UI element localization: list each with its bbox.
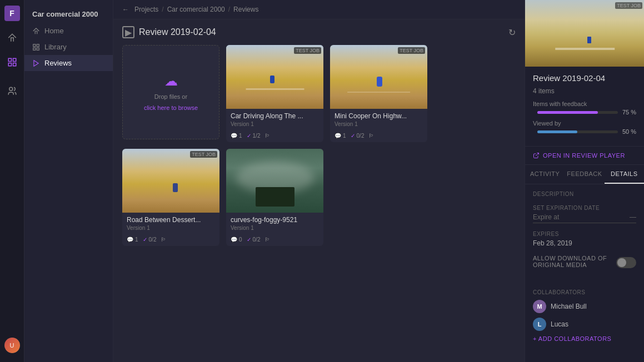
nav-reviews[interactable]: Reviews	[24, 55, 113, 71]
page-title: Review 2019-02-04	[139, 27, 216, 37]
collaborator-avatar-0: M	[533, 300, 546, 313]
media-name-2: Road Between Dessert...	[127, 216, 215, 224]
home-nav-icon[interactable]	[4, 30, 20, 46]
badge-1: TEST JOB	[398, 47, 425, 54]
media-version-0: Version 1	[231, 121, 319, 127]
collaborator-0: M Michael Bull	[533, 300, 636, 313]
flag-3: 🏳	[264, 237, 270, 243]
upload-browse-link[interactable]: click here to browse	[144, 104, 198, 111]
user-avatar[interactable]: U	[4, 338, 20, 353]
back-button[interactable]: ←	[122, 6, 129, 13]
tab-details[interactable]: DETAILS	[605, 165, 644, 184]
description-label: Description	[533, 191, 636, 197]
badge-0: TEST JOB	[294, 47, 321, 54]
main-content: ← Projects / Car comercial 2000 / Review…	[113, 0, 525, 362]
media-info-1: Mini Cooper On Highw... Version 1	[330, 109, 427, 130]
comments-2: 💬 1	[127, 237, 138, 243]
content-header: ▶ Review 2019-02-04 ↻	[113, 19, 525, 45]
media-card-1[interactable]: TEST JOB Mini Cooper On Highw... Version…	[330, 45, 427, 142]
tab-feedback[interactable]: FEEDBACK	[565, 165, 604, 184]
feedback-stat-label: Items with feedback	[533, 100, 636, 107]
media-version-3: Version 1	[231, 225, 319, 231]
download-toggle-row: Allow download of original media	[533, 255, 636, 270]
collaborator-1: L Lucas	[533, 318, 636, 331]
expires-value: Feb 28, 2019	[533, 239, 636, 247]
sidebar: F U	[0, 0, 24, 362]
svg-rect-8	[37, 48, 39, 50]
expiry-label: Set expiration date	[533, 205, 636, 211]
media-name-0: Car Driving Along The ...	[231, 112, 319, 120]
external-link-icon	[533, 152, 540, 159]
comments-0: 💬 1	[231, 133, 242, 139]
media-version-1: Version 1	[335, 121, 423, 127]
refresh-button[interactable]: ↻	[508, 27, 516, 38]
add-collaborators-button[interactable]: + ADD COLLABORATORS	[533, 335, 636, 342]
app-logo[interactable]: F	[4, 6, 20, 21]
expiry-placeholder[interactable]: Expire at	[533, 213, 559, 221]
collaborators-section: Collaborators M Michael Bull L Lucas + A…	[525, 285, 644, 346]
check-icon-1: ✓	[351, 133, 355, 139]
library-nav-icon[interactable]	[4, 54, 20, 70]
checks-2: ✓ 0/2	[143, 237, 157, 243]
panel-tabs: ACTIVITY FEEDBACK DETAILS	[525, 165, 644, 184]
svg-rect-2	[8, 63, 11, 66]
comment-icon-3: 💬	[231, 237, 237, 243]
preview-image: TEST JOB	[525, 0, 644, 67]
svg-line-10	[536, 153, 539, 157]
feedback-progress-fill	[537, 111, 598, 114]
checks-3: ✓ 0/2	[247, 237, 261, 243]
feedback-stat-pct: 75 %	[622, 109, 636, 115]
team-nav-icon[interactable]	[4, 83, 20, 99]
svg-rect-3	[13, 63, 16, 66]
nav-library[interactable]: Library	[24, 39, 113, 55]
collaborator-avatar-1: L	[533, 318, 546, 331]
content-title-area: ▶ Review 2019-02-04	[122, 26, 216, 38]
check-icon-0: ✓	[247, 133, 251, 139]
feedback-progress-bar	[537, 111, 618, 114]
upload-cloud-icon: ☁	[164, 73, 178, 89]
expiry-chevron-icon: —	[630, 213, 636, 221]
svg-rect-6	[37, 44, 39, 46]
svg-rect-5	[33, 44, 36, 46]
open-review-player-button[interactable]: OPEN IN REVIEW PLAYER	[525, 147, 644, 165]
collaborator-name-0: Michael Bull	[551, 303, 587, 310]
comments-1: 💬 1	[335, 133, 346, 139]
download-toggle[interactable]	[616, 257, 636, 268]
nav-home[interactable]: Home	[24, 23, 113, 39]
feedback-stat-row: 75 %	[533, 109, 636, 115]
media-thumb-2: TEST JOB	[122, 149, 219, 213]
upload-card[interactable]: ☁ Drop files or click here to browse	[122, 45, 219, 139]
badge-2: TEST JOB	[190, 151, 217, 158]
panel-stats-section: Review 2019-02-04 4 items Items with fee…	[525, 67, 644, 147]
viewed-progress-fill	[537, 130, 577, 133]
breadcrumb-project[interactable]: Car comercial 2000	[167, 6, 225, 13]
expires-label: Expires	[533, 231, 636, 237]
download-label: Allow download of original media	[533, 255, 611, 268]
media-card-2[interactable]: TEST JOB Road Between Dessert... Version…	[122, 149, 219, 246]
media-card-0[interactable]: TEST JOB Car Driving Along The ... Versi…	[226, 45, 323, 142]
media-name-1: Mini Cooper On Highw...	[335, 112, 423, 120]
viewed-stat-pct: 50 %	[622, 128, 636, 135]
comment-icon-0: 💬	[231, 133, 237, 139]
check-icon-2: ✓	[143, 237, 147, 243]
tab-activity[interactable]: ACTIVITY	[525, 165, 565, 184]
items-count: 4 items	[533, 87, 636, 95]
toggle-knob	[617, 258, 626, 267]
svg-point-4	[9, 87, 12, 90]
media-thumb-1: TEST JOB	[330, 45, 427, 109]
nav-panel: Car comercial 2000 Home Library Reviews	[24, 0, 113, 362]
breadcrumb-projects[interactable]: Projects	[134, 6, 158, 13]
media-meta-2: 💬 1 ✓ 0/2 🏳	[122, 234, 219, 246]
comment-icon-2: 💬	[127, 237, 133, 243]
checks-0: ✓ 1/2	[247, 133, 261, 139]
expiry-row: Set expiration date Expire at —	[533, 205, 636, 223]
expires-row: Expires Feb 28, 2019	[533, 231, 636, 247]
comment-icon-1: 💬	[335, 133, 341, 139]
media-meta-0: 💬 1 ✓ 1/2 🏳	[226, 130, 323, 142]
breadcrumb: ← Projects / Car comercial 2000 / Review…	[113, 0, 525, 19]
check-icon-3: ✓	[247, 237, 251, 243]
media-card-3[interactable]: curves-fog-foggy-9521 Version 1 💬 0 ✓ 0/…	[226, 149, 323, 246]
media-info-0: Car Driving Along The ... Version 1	[226, 109, 323, 130]
media-thumb-0: TEST JOB	[226, 45, 323, 109]
media-meta-1: 💬 1 ✓ 0/2 🏳	[330, 130, 427, 142]
